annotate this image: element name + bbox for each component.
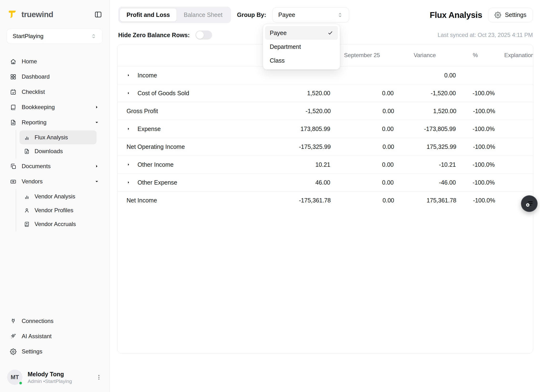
- card-icon: [10, 178, 16, 185]
- sidebar-item-vendor-analysis[interactable]: Vendor Analysis: [20, 190, 97, 203]
- cell: -175,325.99: [250, 143, 331, 150]
- sidebar-item-vendor-accruals[interactable]: Vendor Accruals: [20, 217, 97, 231]
- sidebar-item-vendor-profiles[interactable]: Vendor Profiles: [20, 203, 97, 217]
- sidebar-nav: HomeDashboardChecklistBookkeepingReporti…: [0, 54, 109, 231]
- sidebar-item-checklist[interactable]: Checklist: [5, 84, 104, 100]
- sidebar-item-label: Downloads: [35, 148, 63, 155]
- cell: -100.0%: [456, 197, 495, 204]
- online-status-dot: [19, 381, 23, 385]
- tab-balance-sheet[interactable]: Balance Sheet: [177, 8, 229, 22]
- bar-chart-icon: [24, 194, 30, 200]
- sidebar-item-label: Checklist: [22, 89, 45, 95]
- chevron-down-icon: [94, 120, 99, 125]
- row-label: Other Expense: [138, 179, 177, 186]
- sidebar-item-reporting[interactable]: Reporting: [5, 115, 104, 130]
- user-role: Admin •StartPlaying: [28, 378, 72, 384]
- menu-item-class[interactable]: Class: [265, 54, 338, 67]
- sidebar-item-documents[interactable]: Documents: [5, 159, 104, 174]
- sidebar-item-label: Vendor Accruals: [35, 221, 76, 227]
- sidebar-item-label: Settings: [22, 348, 42, 355]
- report-actions-fab[interactable]: [521, 195, 538, 212]
- sidebar-item-label: Vendor Analysis: [35, 193, 75, 200]
- sparkles-icon: [10, 333, 16, 340]
- app-root: truewind StartPlaying HomeDashboardCheck…: [0, 0, 540, 392]
- row-label: Net Income: [127, 197, 157, 204]
- kebab-menu-icon: [96, 374, 102, 381]
- dashboard-icon: [10, 74, 16, 80]
- sidebar-subgroup: Flux AnalysisDownloads: [16, 130, 97, 159]
- sidebar-item-label: Dashboard: [22, 73, 50, 80]
- cell: 0.00: [330, 161, 394, 168]
- cell: 46.00: [249, 179, 330, 186]
- sidebar-item-label: Flux Analysis: [35, 134, 68, 141]
- sidebar-toggle-button[interactable]: [94, 10, 102, 19]
- cell: 0.00: [330, 179, 394, 186]
- cell: 1,520.00: [249, 90, 330, 97]
- truewind-logo-icon: [7, 9, 18, 20]
- group-by-select[interactable]: Payee: [272, 7, 349, 23]
- cell: -100.0%: [456, 108, 495, 115]
- table-row-cost-of-goods-sold[interactable]: Cost of Goods Sold1,520.000.00-1,520.00-…: [117, 84, 533, 102]
- plug-icon: [10, 318, 16, 324]
- cell: -173,805.99: [394, 126, 456, 132]
- report-table-card: September 25Variance%Explanation Income0…: [117, 44, 533, 353]
- row-expand-chevron-icon[interactable]: [126, 73, 131, 78]
- row-label: Expense: [138, 126, 161, 132]
- sidebar-item-bookkeeping[interactable]: Bookkeeping: [5, 100, 104, 115]
- sidebar-item-label: Documents: [22, 163, 51, 170]
- row-label: Cost of Goods Sold: [138, 90, 189, 97]
- file-text-icon: [10, 119, 16, 126]
- sidebar-header: truewind: [0, 6, 109, 23]
- chevron-down-icon: [94, 179, 99, 184]
- sidebar-item-label: Vendors: [22, 178, 43, 185]
- report-settings-button[interactable]: Settings: [488, 8, 533, 22]
- cell: -10.21: [394, 161, 456, 168]
- tab-profit-and-loss[interactable]: Profit and Loss: [120, 8, 177, 22]
- cell: 0.00: [331, 197, 394, 204]
- menu-item-label: Payee: [270, 30, 287, 36]
- calendar-check-icon: [10, 89, 16, 95]
- row-expand-chevron-icon[interactable]: [126, 126, 131, 131]
- sidebar-item-flux-analysis[interactable]: Flux Analysis: [20, 131, 97, 144]
- menu-item-payee[interactable]: Payee: [265, 26, 338, 40]
- column-header: %: [456, 52, 495, 59]
- bar-chart-icon: [24, 135, 30, 141]
- row-expand-chevron-icon[interactable]: [126, 180, 131, 185]
- brand-name: truewind: [21, 10, 53, 19]
- table-row-gross-profit: Gross Profit-1,520.000.001,520.00-100.0%: [117, 102, 533, 120]
- table-row-other-expense[interactable]: Other Expense46.000.00-46.00-100.0%: [117, 173, 533, 191]
- page-title: Flux Analysis: [430, 10, 482, 20]
- menu-item-department[interactable]: Department: [265, 40, 338, 54]
- sidebar-item-home[interactable]: Home: [5, 54, 104, 69]
- table-body: Income0.00Cost of Goods Sold1,520.000.00…: [117, 66, 533, 209]
- hide-zero-toggle[interactable]: [195, 30, 212, 40]
- cell: 0.00: [331, 143, 394, 150]
- sidebar-item-downloads[interactable]: Downloads: [20, 144, 97, 158]
- chevron-right-icon: [94, 105, 99, 110]
- row-expand-chevron-icon[interactable]: [126, 162, 131, 167]
- user-menu[interactable]: MT Melody Tong Admin •StartPlaying: [0, 366, 109, 392]
- user-options-button[interactable]: [96, 374, 102, 381]
- cell: 0.00: [330, 90, 394, 97]
- sidebar-item-settings[interactable]: Settings: [5, 344, 104, 359]
- sidebar-item-dashboard[interactable]: Dashboard: [5, 69, 104, 84]
- report-type-tabs: Profit and LossBalance Sheet: [118, 7, 231, 23]
- list-play-icon: [525, 199, 534, 208]
- row-expand-chevron-icon[interactable]: [126, 91, 131, 95]
- table-row-expense[interactable]: Expense173,805.990.00-173,805.99-100.0%: [117, 120, 533, 138]
- sidebar-item-label: Connections: [22, 318, 53, 324]
- sidebar-item-vendors[interactable]: Vendors: [5, 174, 104, 189]
- workspace-switcher[interactable]: StartPlaying: [7, 29, 103, 44]
- settings-button-label: Settings: [505, 11, 526, 18]
- sidebar-item-connections[interactable]: Connections: [5, 313, 104, 329]
- row-label: Other Income: [138, 161, 173, 168]
- home-icon: [10, 58, 16, 65]
- topbar: Profit and LossBalance Sheet Group By: P…: [118, 7, 533, 23]
- avatar-initials: MT: [11, 374, 19, 381]
- sidebar-item-ai-assistant[interactable]: AI Assistant: [5, 329, 104, 344]
- table-row-other-income[interactable]: Other Income10.210.00-10.21-100.0%: [117, 156, 533, 173]
- group-by-value: Payee: [278, 11, 295, 18]
- file-down-icon: [24, 148, 30, 154]
- row-label: Income: [138, 72, 157, 79]
- hide-zero-label: Hide Zero Balance Rows:: [118, 32, 190, 39]
